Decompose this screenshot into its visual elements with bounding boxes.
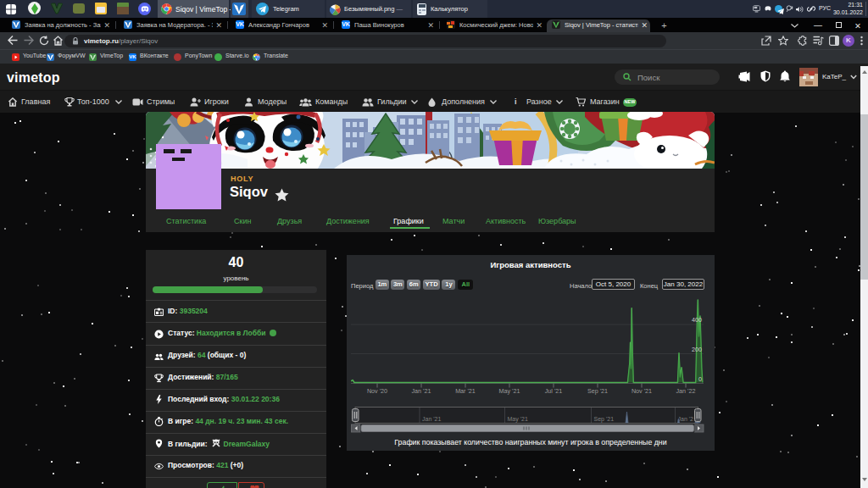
- svg-text:200: 200: [692, 346, 702, 353]
- svg-text:Mar '21: Mar '21: [455, 387, 476, 395]
- svg-text:0: 0: [698, 375, 702, 383]
- svg-text:May '21: May '21: [508, 416, 528, 423]
- svg-text:May '21: May '21: [499, 387, 520, 395]
- svg-text:Jan '21: Jan '21: [412, 387, 431, 395]
- svg-text:Jul '21: Jul '21: [545, 387, 563, 395]
- svg-text:Nov '20: Nov '20: [367, 387, 387, 395]
- svg-text:Sep '21: Sep '21: [587, 387, 608, 395]
- svg-text:Jan '2: Jan '2: [678, 416, 694, 422]
- svg-text:Jan '21: Jan '21: [422, 416, 441, 422]
- svg-text:Jan '22: Jan '22: [676, 387, 696, 395]
- svg-text:400: 400: [692, 316, 702, 324]
- svg-text:Sep '21: Sep '21: [594, 416, 615, 423]
- svg-text:Nov '21: Nov '21: [632, 387, 652, 395]
